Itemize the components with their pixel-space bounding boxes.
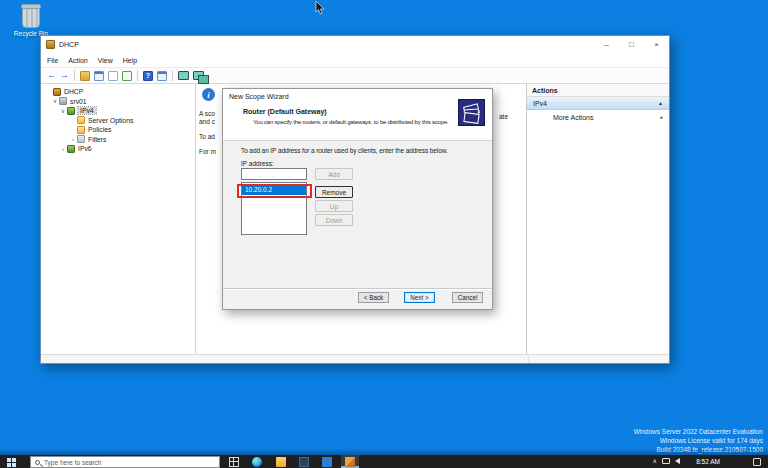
policies-icon [77, 126, 85, 134]
tree-item-srv01[interactable]: ∨ srv01 [41, 97, 195, 107]
remove-button[interactable]: Remove [315, 186, 353, 198]
ip-address-label: IP address: [241, 160, 274, 167]
next-button[interactable]: Next > [404, 292, 435, 303]
actions-ipv4-label: IPv4 [533, 100, 547, 107]
refresh-icon[interactable] [122, 71, 132, 81]
ip-address-input[interactable]: . . . [241, 168, 307, 180]
help-icon[interactable]: ? [143, 71, 153, 81]
window-title: DHCP [59, 41, 79, 48]
task-view-icon[interactable] [229, 457, 239, 467]
window-titlebar[interactable]: DHCP – □ × [41, 36, 669, 53]
console-pane-icon[interactable] [94, 71, 104, 81]
pinned-app-icon[interactable] [322, 457, 332, 467]
info-icon: i [202, 88, 215, 101]
up-button[interactable]: Up [315, 200, 353, 212]
dual-display-icon[interactable] [193, 71, 204, 80]
menu-help[interactable]: Help [123, 57, 137, 64]
back-icon[interactable]: ← [47, 71, 56, 80]
network-tray-icon[interactable] [662, 458, 670, 464]
taskbar: Type here to search ∧ 8:52 AM [0, 455, 768, 468]
filters-icon [77, 135, 85, 143]
router-list-item-selected[interactable]: 10.20.0.2 [242, 185, 306, 195]
taskbar-clock[interactable]: 8:52 AM [696, 458, 720, 465]
wizard-footer-divider [223, 288, 492, 289]
status-bar [41, 354, 669, 363]
wizard-titlebar[interactable]: New Scope Wizard [223, 89, 492, 104]
close-button[interactable]: × [644, 36, 669, 53]
chevron-expanded-icon[interactable]: ∨ [59, 108, 67, 114]
menu-bar: File Action View Help [41, 53, 669, 67]
recycle-bin-shortcut[interactable]: Recycle Bin [6, 6, 56, 37]
tray-chevron-icon[interactable]: ∧ [653, 457, 657, 464]
tree-item-label-selected: IPv4 [78, 107, 96, 114]
tree-item-ipv6[interactable]: › IPv6 [41, 144, 195, 154]
watermark-line: Windows License valid for 174 days [634, 436, 763, 445]
actions-header: Actions [527, 84, 669, 97]
actions-pane: Actions IPv4 ▲ More Actions ▸ [526, 84, 669, 354]
volume-tray-icon[interactable] [675, 458, 680, 464]
cancel-button[interactable]: Cancel [452, 292, 483, 303]
tree-item-label: Server Options [88, 117, 133, 124]
pane-text-fragment: A sco [199, 110, 215, 117]
router-list[interactable]: 10.20.0.2 [241, 182, 307, 235]
start-button-icon[interactable] [7, 458, 16, 467]
tree-item-dhcp-root[interactable]: DHCP [41, 87, 195, 97]
menu-view[interactable]: View [98, 57, 113, 64]
export-list-icon[interactable] [80, 71, 90, 81]
server-options-icon [77, 116, 85, 124]
tree-item-label: srv01 [70, 98, 87, 105]
actions-ipv4-row[interactable]: IPv4 ▲ [527, 97, 669, 110]
pane-text-fragment: and c [199, 118, 215, 125]
tree-item-label: Policies [88, 126, 111, 133]
notification-center-icon[interactable] [753, 458, 761, 466]
file-explorer-icon[interactable] [276, 457, 286, 467]
pane-text-fragment: For m [199, 148, 216, 155]
tree-item-label: Filters [88, 136, 107, 143]
pane-text-fragment: ate [499, 113, 508, 120]
tree-item-filters[interactable]: › Filters [41, 135, 195, 145]
minimize-button[interactable]: – [594, 36, 619, 53]
taskbar-search-box[interactable]: Type here to search [30, 456, 220, 468]
maximize-button[interactable]: □ [619, 36, 644, 53]
taskbar-shadow [0, 448, 768, 455]
tree-item-label: IPv6 [78, 145, 92, 152]
chevron-collapsed-icon[interactable]: › [69, 136, 77, 142]
server-icon [59, 97, 67, 105]
toolbar: ← → ? [41, 67, 669, 84]
dhcp-app-icon [46, 40, 55, 49]
tree-item-label: DHCP [64, 88, 83, 95]
down-button[interactable]: Down [315, 214, 353, 226]
new-scope-wizard-dialog: New Scope Wizard Router (Default Gateway… [222, 88, 493, 310]
console-tree-pane: DHCP ∨ srv01 ∨ IPv4 Server Options Polic… [41, 84, 196, 354]
forward-icon[interactable]: → [60, 71, 69, 80]
toolbar-separator [172, 70, 173, 81]
edge-browser-icon[interactable] [252, 457, 262, 467]
toolbar-separator [137, 70, 138, 81]
show-window-icon[interactable] [157, 71, 167, 81]
tree-item-server-options[interactable]: Server Options [41, 116, 195, 126]
dhcp-root-icon [53, 88, 61, 96]
server-manager-icon[interactable] [299, 457, 309, 467]
recycle-bin-icon [22, 6, 40, 28]
mouse-cursor [315, 1, 325, 19]
more-actions-label: More Actions [553, 114, 593, 121]
tree-item-ipv4[interactable]: ∨ IPv4 [41, 106, 195, 116]
submenu-arrow-icon: ▸ [660, 114, 663, 120]
display-statistics-icon[interactable] [178, 71, 189, 80]
pane-text-fragment: To ad [199, 133, 215, 140]
chevron-expanded-icon[interactable]: ∨ [51, 98, 59, 104]
more-actions-row[interactable]: More Actions ▸ [527, 110, 669, 124]
active-app-icon[interactable] [345, 457, 355, 467]
back-button[interactable]: < Back [358, 292, 389, 303]
ipv4-icon [67, 107, 75, 115]
add-button[interactable]: Add [315, 168, 353, 180]
tree-item-policies[interactable]: Policies [41, 125, 195, 135]
menu-action[interactable]: Action [68, 57, 87, 64]
properties-icon[interactable] [108, 71, 118, 81]
chevron-collapsed-icon[interactable]: › [59, 146, 67, 152]
system-tray[interactable]: ∧ [653, 457, 680, 464]
wizard-header: Router (Default Gateway) You can specify… [223, 104, 492, 141]
menu-file[interactable]: File [47, 57, 58, 64]
collapse-icon[interactable]: ▲ [658, 100, 663, 106]
ipv6-icon [67, 145, 75, 153]
